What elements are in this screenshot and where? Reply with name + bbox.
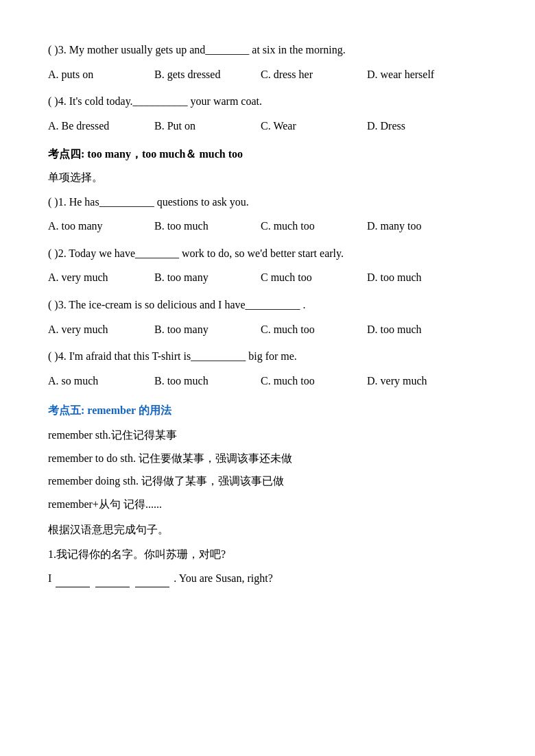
q4-option-c: C. Wear (261, 117, 367, 135)
s4-question-4-options: A. so much B. too much C. much too D. ve… (48, 372, 487, 390)
q4-option-a: A. Be dressed (48, 117, 154, 135)
s4-q4-option-d: D. very much (367, 372, 473, 390)
s4-q3-option-b: B. too many (154, 321, 261, 339)
q4-option-b: B. Put on (154, 117, 261, 135)
s4-q1-option-d: D. many too (367, 217, 473, 235)
section4-note: 单项选择。 (48, 169, 487, 186)
q3-option-b: B. gets dressed (154, 66, 261, 84)
fill-blank-3[interactable] (135, 587, 169, 587)
question-3-prompt: ( )3. My mother usually gets up and_____… (48, 41, 487, 59)
s4-question-1-options: A. too many B. too much C. much too D. m… (48, 217, 487, 235)
s4-q3-option-d: D. too much (367, 321, 473, 339)
question-4-options: A. Be dressed B. Put on C. Wear D. Dress (48, 117, 487, 135)
s4-q4-option-c: C. much too (261, 372, 367, 390)
s4-q4-option-b: B. too much (154, 372, 261, 390)
s4-q2-option-d: D. too much (367, 269, 473, 286)
section5-item-2: remember doing sth. 记得做了某事，强调该事已做 (48, 472, 487, 490)
question-4-prompt: ( )4. It's cold today.__________ your wa… (48, 93, 487, 110)
s4-question-2-options: A. very much B. too many C much too D. t… (48, 269, 487, 286)
s4-q2-option-b: B. too many (154, 269, 261, 286)
s4-question-1-prompt: ( )1. He has__________ questions to ask … (48, 193, 487, 211)
s4-question-2-prompt: ( )2. Today we have________ work to do, … (48, 245, 487, 263)
s4-q2-option-a: A. very much (48, 269, 154, 286)
fill-blank-1[interactable] (56, 587, 90, 587)
s4-q2-option-c: C much too (261, 269, 367, 286)
section5-item-0: remember sth.记住记得某事 (48, 426, 487, 444)
section5-item-3: remember+从句 记得...... (48, 496, 487, 513)
section5-heading: 考点五: remember 的用法 (48, 402, 487, 419)
section5-fill1-english: I . You are Susan, right? (48, 570, 487, 587)
q4-option-d: D. Dress (367, 117, 473, 135)
section4-heading: 考点四: too many，too much＆ much too (48, 145, 487, 163)
section5-item-1: remember to do sth. 记住要做某事，强调该事还未做 (48, 450, 487, 467)
s4-q3-option-c: C. much too (261, 321, 367, 339)
q3-option-a: A. puts on (48, 66, 154, 84)
s4-question-3-prompt: ( )3. The ice-cream is so delicious and … (48, 296, 487, 314)
s4-q4-option-a: A. so much (48, 372, 154, 390)
section5-fill-intro: 根据汉语意思完成句子。 (48, 521, 487, 539)
q3-option-c: C. dress her (261, 66, 367, 84)
s4-q1-option-a: A. too many (48, 217, 154, 235)
q3-option-d: D. wear herself (367, 66, 473, 84)
s4-question-4-prompt: ( )4. I'm afraid that this T-shirt is___… (48, 347, 487, 365)
s4-question-3-options: A. very much B. too many C. much too D. … (48, 321, 487, 339)
s4-q1-option-b: B. too much (154, 217, 261, 235)
question-3-options: A. puts on B. gets dressed C. dress her … (48, 66, 487, 84)
section5-fill1-chinese: 1.我记得你的名字。你叫苏珊，对吧? (48, 546, 487, 563)
s4-q3-option-a: A. very much (48, 321, 154, 339)
fill-blank-2[interactable] (95, 587, 130, 587)
s4-q1-option-c: C. much too (261, 217, 367, 235)
